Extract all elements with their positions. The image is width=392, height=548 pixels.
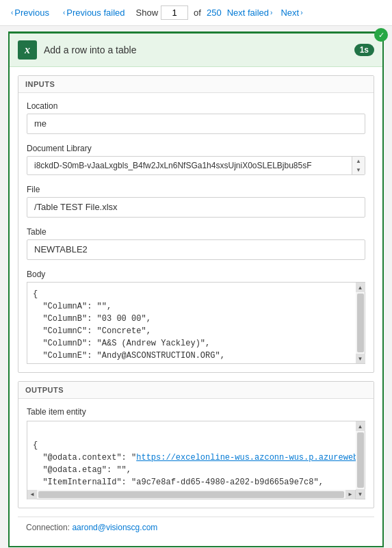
next-failed-chevron-icon: › <box>270 9 272 16</box>
output-vscrollbar: ▲ ▼ <box>356 421 365 499</box>
doc-library-label: Document Library <box>27 144 365 153</box>
previous-failed-label: Previous failed <box>66 8 125 18</box>
duration-badge: 1s <box>354 44 374 56</box>
body-scroll-up-icon[interactable]: ▲ <box>356 283 365 292</box>
outputs-panel: OUTPUTS Table item entity { "@odata.cont… <box>18 381 374 508</box>
connection-label: Connection: <box>26 523 70 532</box>
of-label: of <box>194 8 201 18</box>
body-label: Body <box>27 270 365 279</box>
table-value: NEWTABLE2 <box>27 239 365 260</box>
check-icon: ✓ <box>378 31 384 40</box>
doc-library-scroll-down[interactable]: ▼ <box>352 166 365 174</box>
output-scroll-right-icon[interactable]: ► <box>345 490 355 499</box>
next-label: Next <box>280 8 299 18</box>
location-label: Location <box>27 101 365 111</box>
next-chevron-icon: › <box>300 9 302 16</box>
output-json-text: { "@odata.context": "https://excelonline… <box>27 421 365 499</box>
previous-button[interactable]: ‹ Previous <box>8 6 52 19</box>
location-value: me <box>27 114 365 134</box>
doc-library-scroll-up[interactable]: ▲ <box>352 157 365 166</box>
show-label: Show <box>136 8 159 18</box>
previous-failed-button[interactable]: ‹ Previous failed <box>60 6 128 19</box>
connection-footer: Connection: aarond@visionscg.com <box>18 517 374 538</box>
body-scroll-thumb <box>357 293 364 352</box>
body-field-group: Body { "ColumnA": "", "ColumnB": "03 00 … <box>27 270 365 364</box>
inputs-panel: INPUTS Location me Document Library i8ck… <box>18 75 374 373</box>
table-field-group: Table NEWTABLE2 <box>27 227 365 260</box>
outputs-header: OUTPUTS <box>18 382 374 399</box>
location-field-group: Location me <box>27 101 365 134</box>
file-field-group: File /Table TEST File.xlsx <box>27 185 365 218</box>
card-title: Add a row into a table <box>44 44 348 55</box>
output-hscroll-thumb <box>38 491 344 498</box>
next-button[interactable]: Next › <box>278 6 305 19</box>
next-failed-button[interactable]: Next failed › <box>224 6 276 19</box>
excel-icon: x <box>18 40 37 60</box>
page-number-input[interactable] <box>161 5 188 20</box>
body-field-wrapper: { "ColumnA": "", "ColumnB": "03 00 00", … <box>27 282 365 364</box>
file-label: File <box>27 185 365 194</box>
outputs-body: Table item entity { "@odata.context": "h… <box>18 399 374 508</box>
prev-failed-chevron-icon: ‹ <box>63 9 65 16</box>
output-hscrollbar: ◄ ► <box>27 490 356 499</box>
doc-library-field-group: Document Library i8ckdD-S0mB-vJaaLxgbls_… <box>27 144 365 175</box>
body-value: { "ColumnA": "", "ColumnB": "03 00 00", … <box>27 282 365 364</box>
card-header: x Add a row into a table 1s <box>10 34 382 67</box>
connection-email: aarond@visionscg.com <box>72 523 157 532</box>
body-scrollbar: ▲ ▼ <box>356 282 365 364</box>
doc-library-scroll-buttons: ▲ ▼ <box>352 157 365 174</box>
table-label: Table <box>27 227 365 237</box>
output-json-container: { "@odata.context": "https://excelonline… <box>27 421 365 499</box>
total-pages: 250 <box>207 8 222 18</box>
output-scroll-up-icon[interactable]: ▲ <box>356 421 365 431</box>
doc-library-value: i8ckdD-S0mB-vJaaLxgbls_B4fw2JxLn6NfSGa1h… <box>27 157 352 174</box>
inputs-header: INPUTS <box>18 76 374 93</box>
table-item-entity-label: Table item entity <box>27 407 365 417</box>
next-failed-label: Next failed <box>227 8 269 18</box>
main-card: ✓ x Add a row into a table 1s INPUTS Loc… <box>8 31 384 547</box>
odata-context-link[interactable]: https://excelonline-wus.azconn-wus.p.azu… <box>136 453 358 462</box>
top-navigation: ‹ Previous ‹ Previous failed Show of 250… <box>0 0 392 26</box>
file-value: /Table TEST File.xlsx <box>27 197 365 218</box>
previous-label: Previous <box>14 8 49 18</box>
success-badge: ✓ <box>374 28 388 42</box>
inputs-body: Location me Document Library i8ckdD-S0mB… <box>18 93 374 372</box>
body-scroll-down-icon[interactable]: ▼ <box>356 354 365 363</box>
output-scroll-left-icon[interactable]: ◄ <box>27 490 37 499</box>
output-vscroll-thumb <box>357 432 364 488</box>
output-scroll-down-icon[interactable]: ▼ <box>356 489 365 499</box>
doc-library-wrapper: i8ckdD-S0mB-vJaaLxgbls_B4fw2JxLn6NfSGa1h… <box>27 156 365 175</box>
prev-chevron-icon: ‹ <box>11 9 13 16</box>
